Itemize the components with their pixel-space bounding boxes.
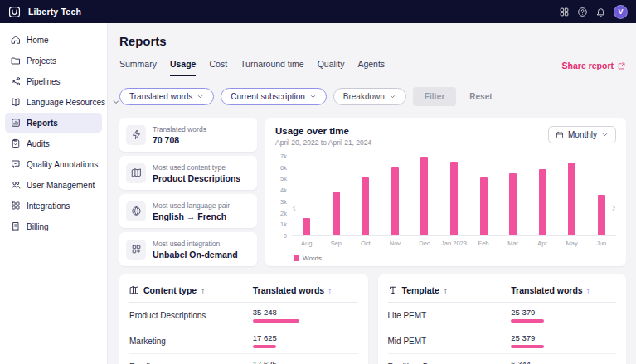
column-label: Translated words: [253, 285, 324, 295]
language-resources-icon: [11, 97, 21, 107]
tab-agents[interactable]: Agents: [357, 59, 385, 76]
sidebar-item-home[interactable]: Home: [5, 30, 102, 50]
stats-cards: Translated words70 708Most used content …: [119, 118, 257, 266]
page-title: Reports: [119, 34, 626, 48]
period-label: Monthly: [568, 130, 597, 139]
notifications-bell-icon[interactable]: [595, 7, 606, 17]
y-tick-label: 5k: [280, 177, 287, 183]
x-tick-label: Jun: [586, 240, 616, 247]
stat-value: Product Descriptions: [153, 173, 240, 183]
reports-icon: [11, 118, 21, 128]
sidebar-item-label: Home: [27, 36, 49, 45]
sidebar-item-label: Reports: [27, 119, 58, 128]
help-icon[interactable]: [577, 7, 588, 17]
sidebar-item-label: Integrations: [27, 201, 70, 211]
tab-cost[interactable]: Cost: [209, 59, 227, 76]
share-report-link[interactable]: Share report: [562, 61, 626, 76]
row-value-cell: 6 344: [511, 359, 616, 364]
column-header-translated-words[interactable]: Translated words↑: [253, 285, 358, 295]
filter-button[interactable]: Filter: [413, 87, 456, 106]
legend-swatch: [294, 255, 299, 261]
tab-turnaround-time[interactable]: Turnaround time: [240, 59, 304, 76]
x-tick-label: Nov: [381, 240, 410, 247]
filter-pill-breakdown[interactable]: Breakdown: [333, 88, 406, 105]
share-report-label: Share report: [562, 61, 614, 70]
filter-pill-current-subscription[interactable]: Current subscription: [221, 88, 326, 105]
x-tick-label: Apr: [527, 240, 557, 247]
x-tick-label: Dec: [410, 240, 439, 247]
filter-pill-translated-words[interactable]: Translated words: [119, 88, 214, 105]
x-tick-label: Mar: [498, 240, 528, 247]
tabs-row: SummaryUsageCostTurnaround timeQualityAg…: [119, 59, 626, 76]
sidebar-item-pipelines[interactable]: Pipelines: [5, 71, 102, 91]
reset-button[interactable]: Reset: [463, 87, 498, 106]
column-label: Content type: [143, 285, 197, 295]
quality-annotations-icon: [11, 159, 21, 169]
pill-label: Breakdown: [343, 92, 385, 101]
x-tick-label: Jan 2023: [439, 240, 469, 247]
y-tick-label: 0: [284, 233, 287, 240]
stat-label: Most used content type: [153, 163, 240, 172]
usage-chart-card: Usage over time April 20, 2022 to April …: [265, 118, 626, 266]
sidebar-item-language-resources[interactable]: Language Resources: [5, 92, 102, 112]
sidebar-item-reports[interactable]: Reports: [5, 113, 102, 133]
chart-scroll-right-icon[interactable]: [609, 201, 618, 216]
table-row: Marketing17 625: [129, 328, 358, 354]
pill-label: Current subscription: [231, 92, 304, 101]
pill-label: Translated words: [129, 92, 192, 101]
tab-usage[interactable]: Usage: [170, 59, 197, 76]
table-row: Realtime Base6 344: [388, 354, 617, 364]
app-logo-icon: [8, 6, 21, 18]
chart-date-range: April 20, 2022 to April 21, 2024: [275, 138, 371, 147]
report-tabs: SummaryUsageCostTurnaround timeQualityAg…: [119, 59, 562, 76]
sidebar-item-audits[interactable]: Audits: [5, 133, 102, 153]
x-tick-label: May: [557, 240, 587, 247]
column-header-translated-words[interactable]: Translated words↑: [511, 285, 616, 295]
usage-chart: 01k2k3k4k5k6k7k: [275, 157, 616, 236]
sidebar-item-label: Projects: [27, 56, 56, 66]
sidebar-item-label: User Management: [27, 181, 95, 190]
sort-ascending-icon[interactable]: ↑: [328, 286, 332, 295]
y-tick-label: 4k: [280, 187, 287, 194]
period-selector[interactable]: Monthly: [548, 126, 616, 143]
chart-bar: [480, 177, 488, 235]
pipelines-icon: [11, 76, 21, 86]
row-value: 6 344: [511, 359, 616, 364]
chart-bar: [450, 162, 458, 235]
column-header-template[interactable]: Template↑: [388, 285, 512, 295]
row-value: 17 625: [253, 359, 358, 364]
x-tick-label: Aug: [292, 240, 322, 247]
chart-scroll-left-icon[interactable]: [290, 201, 299, 216]
tab-summary[interactable]: Summary: [119, 59, 157, 76]
stat-value: English → French: [153, 211, 230, 221]
tab-quality[interactable]: Quality: [318, 59, 345, 76]
row-label: Lite PEMT: [388, 311, 512, 320]
sidebar-item-integrations[interactable]: Integrations: [5, 196, 102, 216]
content-grid: Translated words70 708Most used content …: [119, 118, 626, 266]
chevron-down-icon: [601, 131, 609, 138]
column-header-content-type[interactable]: Content type↑: [129, 285, 253, 295]
chart-bar: [539, 169, 546, 235]
stat-value: Unbabel On-demand: [153, 250, 238, 260]
sidebar-item-quality-annotations[interactable]: Quality Annotations: [5, 154, 102, 174]
chevron-down-icon: [389, 93, 396, 100]
breakdown-tables: Content type↑Translated words↑Product De…: [119, 274, 626, 364]
apps-grid-icon[interactable]: [559, 7, 570, 17]
row-value: 35 248: [253, 308, 358, 317]
table-header: Template↑Translated words↑: [388, 281, 617, 303]
stat-label: Most used language pair: [153, 201, 230, 210]
user-avatar[interactable]: V: [614, 5, 628, 19]
sort-ascending-icon[interactable]: ↑: [201, 286, 205, 295]
table-row: Product Descriptions35 248: [129, 303, 358, 328]
row-label: Product Descriptions: [129, 311, 253, 320]
stat-card-most-used-integration: Most used integrationUnbabel On-demand: [119, 232, 257, 266]
sort-ascending-icon[interactable]: ↑: [586, 286, 590, 295]
sidebar-item-billing[interactable]: Billing: [5, 216, 102, 236]
sort-ascending-icon[interactable]: ↑: [444, 286, 448, 295]
sidebar-item-user-management[interactable]: User Management: [5, 175, 102, 195]
row-value-cell: 17 625: [253, 359, 358, 364]
sidebar: HomeProjectsPipelinesLanguage ResourcesR…: [0, 23, 108, 364]
sidebar-item-projects[interactable]: Projects: [5, 51, 102, 70]
calendar-icon: [556, 131, 564, 139]
table-header: Content type↑Translated words↑: [129, 281, 358, 303]
